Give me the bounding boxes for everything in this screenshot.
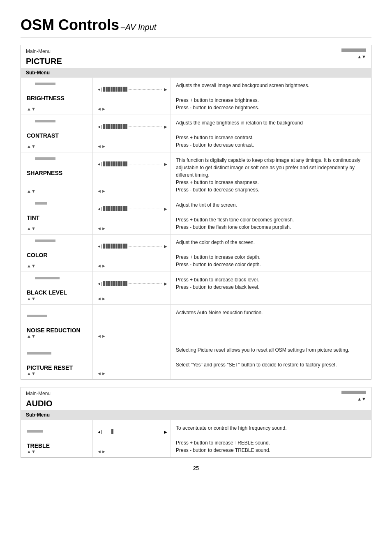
color-slider-right: ▶	[164, 244, 167, 249]
page-number: 25	[21, 465, 371, 471]
tint-label: TINT	[27, 214, 88, 221]
contrast-slider-arrows: ◄►	[97, 144, 167, 149]
black-level-arrows: ▲▼	[27, 296, 88, 301]
audio-menu-header: Main-Menu AUDIO ▲▼	[21, 387, 371, 410]
audio-nav-bar	[341, 391, 366, 394]
contrast-slider-left: ◄|	[97, 124, 102, 129]
picture-reset-desc: Selecting Picture reset allows you to re…	[171, 342, 371, 379]
sharpness-slider-right: ▶	[164, 162, 167, 166]
picture-rows: BRIGHTNESS ▲▼ ◄| ▶	[21, 78, 371, 379]
color-indicator	[35, 240, 55, 242]
picture-reset-arrows: ▲▼	[27, 371, 88, 376]
tint-slider-left: ◄|	[97, 207, 102, 211]
noise-reduction-slider-arrows: ◄►	[97, 334, 167, 339]
sharpness-label: SHARPNESS	[27, 170, 88, 176]
black-level-slider-arrows: ◄►	[97, 296, 167, 301]
treble-indicator	[27, 430, 43, 433]
color-slider-left: ◄|	[97, 244, 102, 249]
brightness-label: BRIGHTNESS	[27, 95, 88, 101]
color-label: COLOR	[27, 252, 88, 258]
tint-arrows: ▲▼	[27, 226, 88, 231]
tint-slider-right: ▶	[164, 207, 167, 211]
picture-nav-arrows: ▲▼	[357, 54, 366, 59]
brightness-row: BRIGHTNESS ▲▼ ◄| ▶	[21, 78, 371, 115]
sharpness-desc: This function is digitally capable to ke…	[171, 152, 371, 197]
tint-desc: Adjust the tint of the screen. Press + b…	[171, 197, 371, 234]
color-arrows: ▲▼	[27, 263, 88, 268]
tint-slider-arrows: ◄►	[97, 226, 167, 231]
page-title: OSM Controls –AV Input	[21, 16, 371, 34]
picture-menu-title: PICTURE	[26, 57, 62, 66]
contrast-indicator	[35, 120, 55, 122]
color-row: COLOR ▲▼ ◄| ▶	[21, 234, 371, 272]
picture-nav-bar	[341, 48, 366, 52]
treble-row: TREBLE ▲▼ ◄| ▶ ◄► To accentuate or contr…	[21, 420, 371, 457]
noise-reduction-label: NOISE REDUCTION	[27, 327, 88, 334]
contrast-arrows: ▲▼	[27, 144, 88, 149]
brightness-slider-left: ◄|	[97, 87, 102, 92]
picture-main-menu-label: Main-Menu	[26, 48, 62, 54]
color-desc: Adjust the color depth of the screen. Pr…	[171, 235, 371, 272]
black-level-label: BLACK LEVEL	[27, 289, 88, 296]
black-level-desc: Press + button to increase black level. …	[171, 272, 371, 304]
brightness-slider-arrows: ◄►	[97, 106, 167, 111]
noise-reduction-desc: Activates Auto Noise reduction function.	[171, 305, 371, 342]
audio-submenu-header: Sub-Menu	[21, 410, 371, 420]
black-level-indicator	[35, 277, 60, 279]
treble-slider-right: ▶	[164, 430, 167, 434]
brightness-arrows: ▲▼	[27, 106, 88, 111]
treble-label: TREBLE	[27, 442, 88, 449]
brightness-slider-right: ▶	[164, 87, 167, 92]
sharpness-slider-left: ◄|	[97, 162, 102, 166]
contrast-row: CONTRAST ▲▼ ◄| ▶	[21, 115, 371, 152]
sharpness-row: SHARPNESS ▲▼ ◄| ▶	[21, 152, 371, 197]
contrast-label: CONTRAST	[27, 132, 88, 139]
tint-indicator	[35, 202, 47, 205]
treble-slider-arrows: ◄►	[97, 449, 167, 454]
audio-nav-arrows: ▲▼	[357, 396, 366, 401]
noise-reduction-arrows: ▲▼	[27, 334, 88, 339]
picture-menu-header: Main-Menu PICTURE ▲▼	[21, 45, 371, 68]
contrast-slider-right: ▶	[164, 124, 167, 129]
color-slider-arrows: ◄►	[97, 263, 167, 268]
audio-menu-section: Main-Menu AUDIO ▲▼ Sub-Menu TREBLE ▲▼ ◄|	[21, 387, 371, 458]
audio-main-menu-label: Main-Menu	[26, 391, 52, 396]
picture-menu-section: Main-Menu PICTURE ▲▼ Sub-Menu BRIGHTNESS…	[21, 45, 371, 380]
picture-reset-slider-arrows: ◄►	[97, 371, 167, 376]
treble-slider-left: ◄|	[97, 430, 102, 434]
picture-reset-indicator	[27, 352, 51, 355]
sharpness-indicator	[35, 157, 55, 160]
audio-menu-title: AUDIO	[26, 399, 52, 408]
sharpness-slider-arrows: ◄►	[97, 189, 167, 193]
noise-reduction-indicator	[27, 315, 47, 317]
picture-submenu-header: Sub-Menu	[21, 68, 371, 78]
treble-desc: To accentuate or control the high freque…	[171, 420, 371, 457]
tint-row: TINT ▲▼ ◄| ▶	[21, 197, 371, 234]
black-level-slider-right: ▶	[164, 281, 167, 286]
sharpness-arrows: ▲▼	[27, 189, 88, 193]
contrast-desc: Adjusts the image brightness in relation…	[171, 115, 371, 152]
picture-reset-row: PICTURE RESET ▲▼ ◄► Selecting Picture re…	[21, 342, 371, 379]
black-level-slider-left: ◄|	[97, 281, 102, 286]
noise-reduction-row: NOISE REDUCTION ▲▼ ◄► Activates Auto Noi…	[21, 304, 371, 342]
black-level-row: BLACK LEVEL ▲▼ ◄| ▶	[21, 272, 371, 304]
picture-reset-label: PICTURE RESET	[27, 364, 88, 371]
treble-arrows: ▲▼	[27, 449, 88, 454]
brightness-desc: Adjusts the overall image and background…	[171, 78, 371, 115]
brightness-indicator	[35, 83, 55, 85]
